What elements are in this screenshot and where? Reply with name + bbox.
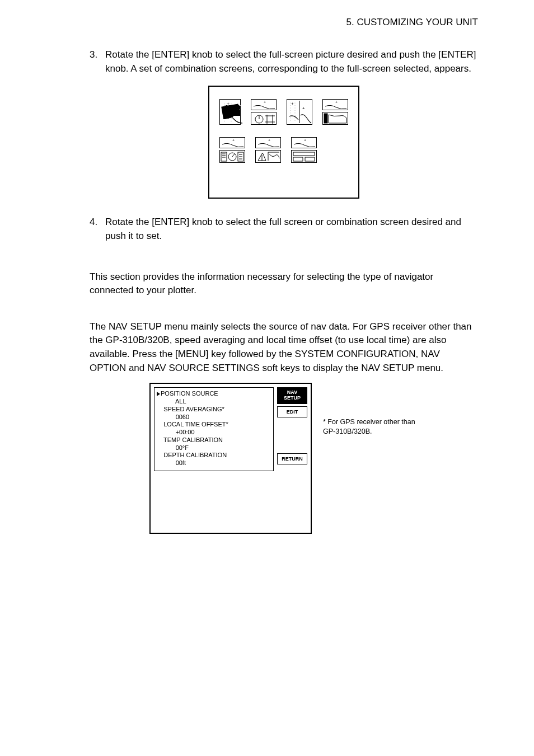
item-value: 0060	[157, 414, 271, 421]
item-label: POSITION SOURCE	[161, 390, 218, 397]
screen-option-1[interactable]: +	[219, 99, 241, 125]
mini-bottom-icon	[251, 112, 277, 125]
mini-bottom-icon	[291, 150, 317, 163]
screen-option-3[interactable]: + +	[287, 99, 312, 125]
svg-rect-35	[293, 152, 315, 156]
plotter-icon: +	[220, 100, 245, 124]
svg-text:+: +	[304, 138, 306, 142]
page-header: 5. CUSTOMIZING YOUR UNIT	[346, 17, 478, 28]
step-text: Rotate the [ENTER] knob to select the fu…	[105, 48, 478, 76]
list-item[interactable]: DEPTH CALIBRATION	[157, 452, 271, 459]
nav-setup-menu: POSITION SOURCE ALL SPEED AVERAGING* 006…	[149, 383, 312, 534]
nav-setup-list: POSITION SOURCE ALL SPEED AVERAGING* 006…	[154, 387, 274, 471]
screen-option-2[interactable]: +	[251, 99, 277, 125]
edit-button[interactable]: EDIT	[277, 406, 307, 417]
list-item[interactable]: SPEED AVERAGING*	[157, 406, 271, 414]
step-3: 3. Rotate the [ENTER] knob to select the…	[90, 48, 478, 76]
screen-option-4[interactable]: +	[322, 99, 348, 125]
mini-top-icon: +	[322, 99, 348, 110]
return-button[interactable]: RETURN	[277, 453, 307, 464]
svg-text:+: +	[227, 101, 229, 107]
mini-top-icon: +	[291, 137, 317, 148]
list-item[interactable]: POSITION SOURCE	[157, 390, 271, 398]
list-item[interactable]: TEMP CALIBRATION	[157, 436, 271, 444]
svg-text:+: +	[264, 100, 266, 104]
svg-line-24	[232, 154, 235, 157]
step-text: Rotate the [ENTER] knob to select the fu…	[105, 215, 478, 243]
step-4: 4. Rotate the [ENTER] knob to select the…	[90, 215, 478, 243]
svg-text:+: +	[335, 100, 338, 104]
svg-text:+: +	[302, 106, 305, 111]
step-number: 3.	[90, 48, 105, 76]
list-item[interactable]: LOCAL TIME OFFSET*	[157, 421, 271, 429]
svg-rect-19	[221, 152, 227, 161]
thumbnail-row: + + + + +	[219, 99, 348, 125]
mini-bottom-icon	[219, 150, 245, 163]
screen-option-6[interactable]: +	[255, 137, 281, 163]
footnote: * For GPS receiver other than GP-310B/32…	[323, 417, 418, 436]
mini-top-icon: +	[251, 99, 277, 110]
combination-screen-panel: + + + + +	[208, 86, 359, 199]
svg-text:+: +	[232, 138, 235, 142]
item-value: ALL	[157, 398, 271, 406]
screen-option-7[interactable]: +	[291, 137, 317, 163]
mini-bottom-icon	[255, 150, 281, 163]
paragraph-nav-setup: The NAV SETUP menu mainly selects the so…	[90, 320, 478, 375]
item-value: +00:00	[157, 429, 271, 436]
item-value: 00ft	[157, 459, 271, 467]
step-number: 4.	[90, 215, 105, 243]
paragraph-navigator-intro: This section provides the information ne…	[90, 270, 478, 298]
nav-setup-title-button: NAV SETUP	[277, 387, 307, 404]
selection-pointer-icon	[157, 392, 160, 396]
split-plotter-icon: + +	[287, 100, 312, 124]
svg-text:+: +	[268, 138, 270, 142]
mini-bottom-icon	[322, 112, 348, 125]
item-value: 00°F	[157, 444, 271, 452]
mini-top-icon: +	[219, 137, 245, 148]
screen-option-5[interactable]: +	[219, 137, 245, 163]
svg-rect-17	[324, 114, 327, 123]
thumbnail-row: + +	[219, 137, 348, 163]
svg-text:+: +	[291, 101, 294, 106]
svg-rect-36	[293, 157, 303, 161]
svg-rect-37	[305, 157, 315, 161]
mini-top-icon: +	[255, 137, 281, 148]
